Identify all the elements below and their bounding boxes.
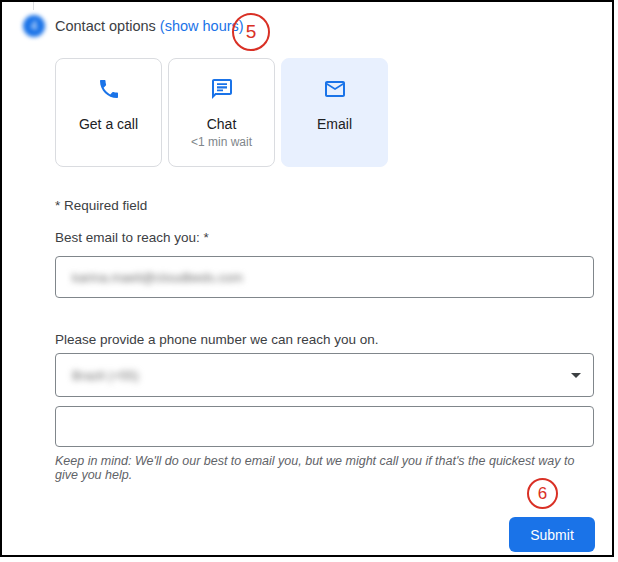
- card-label: Email: [317, 116, 352, 132]
- chevron-down-icon: [571, 373, 581, 378]
- section-header: Contact options (show hours): [55, 18, 244, 34]
- card-label: Chat: [207, 116, 237, 132]
- page-title: Contact options: [55, 18, 156, 34]
- card-email-selected[interactable]: Email: [281, 58, 388, 167]
- email-input-value-redacted: karina.maeli@cloudbeds.com: [72, 270, 243, 285]
- step-number-badge: 4: [23, 15, 45, 37]
- annotation-number: 5: [246, 21, 257, 43]
- chat-icon: [210, 77, 234, 101]
- annotation-number: 6: [538, 484, 547, 504]
- card-chat[interactable]: Chat <1 min wait: [168, 58, 275, 167]
- card-label: Get a call: [79, 116, 138, 132]
- submit-button[interactable]: Submit: [509, 517, 595, 552]
- card-sublabel: <1 min wait: [191, 135, 252, 149]
- contact-options-panel: 4 Contact options (show hours) 5 Get a c…: [0, 0, 614, 557]
- card-get-a-call[interactable]: Get a call: [55, 58, 162, 167]
- email-field-label: Best email to reach you: *: [55, 230, 209, 245]
- contact-disclaimer-note: Keep in mind: We'll do our best to email…: [55, 454, 600, 482]
- annotation-circle-5: 5: [232, 13, 270, 51]
- phone-number-input[interactable]: [55, 406, 594, 447]
- phone-field-label: Please provide a phone number we can rea…: [55, 332, 378, 347]
- stepper-connector-line: [33, 2, 34, 10]
- required-field-note: * Required field: [55, 198, 147, 213]
- country-select-value-redacted: Brazil (+55): [72, 368, 139, 383]
- annotation-circle-6: 6: [527, 478, 558, 509]
- phone-icon: [97, 77, 121, 101]
- contact-method-cards: Get a call Chat <1 min wait Email: [55, 58, 388, 167]
- country-code-select[interactable]: Brazil (+55): [55, 353, 594, 397]
- email-icon: [323, 77, 347, 101]
- email-input[interactable]: karina.maeli@cloudbeds.com: [55, 256, 594, 298]
- step-number: 4: [31, 19, 38, 33]
